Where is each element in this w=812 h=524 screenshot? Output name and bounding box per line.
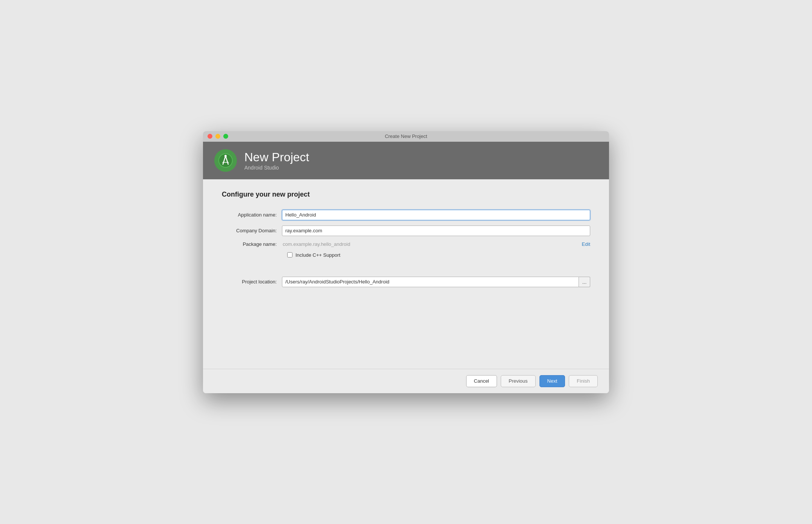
footer: Cancel Previous Next Finish xyxy=(203,369,609,393)
main-window: Create New Project New Project Android S… xyxy=(203,131,609,393)
window-title: Create New Project xyxy=(385,133,427,139)
cpp-support-text: Include C++ Support xyxy=(295,252,340,258)
browse-button[interactable]: ... xyxy=(579,277,590,287)
company-domain-input[interactable] xyxy=(282,226,590,236)
cpp-support-row: Include C++ Support xyxy=(287,252,590,258)
project-location-row: Project location: ... xyxy=(222,277,590,287)
header-text: New Project Android Studio xyxy=(244,150,309,170)
minimize-button[interactable] xyxy=(215,134,220,139)
android-studio-logo xyxy=(214,149,237,172)
header-title: New Project xyxy=(244,150,309,164)
project-location-section: Project location: ... xyxy=(222,277,590,287)
company-domain-row: Company Domain: xyxy=(222,226,590,236)
package-name-row: Package name: com.example.ray.hello_andr… xyxy=(222,241,590,247)
title-bar: Create New Project xyxy=(203,131,609,142)
section-title: Configure your new project xyxy=(222,191,590,198)
package-name-label: Package name: xyxy=(222,241,282,247)
edit-link[interactable]: Edit xyxy=(578,241,590,247)
finish-button[interactable]: Finish xyxy=(569,375,598,387)
next-button[interactable]: Next xyxy=(539,375,565,387)
application-name-input[interactable] xyxy=(282,210,590,220)
form-area: Application name: Company Domain: Packag… xyxy=(222,210,590,287)
traffic-lights xyxy=(208,134,228,139)
cpp-support-checkbox[interactable] xyxy=(287,252,292,257)
cpp-support-label[interactable]: Include C++ Support xyxy=(287,252,340,258)
project-location-label: Project location: xyxy=(222,279,282,285)
previous-button[interactable]: Previous xyxy=(501,375,536,387)
package-name-value: com.example.ray.hello_android xyxy=(282,241,578,247)
maximize-button[interactable] xyxy=(223,134,228,139)
project-location-input[interactable] xyxy=(282,277,579,287)
logo-icon xyxy=(218,153,233,168)
svg-point-4 xyxy=(224,155,227,157)
application-name-label: Application name: xyxy=(222,212,282,218)
close-button[interactable] xyxy=(208,134,212,139)
header: New Project Android Studio xyxy=(203,142,609,179)
header-subtitle: Android Studio xyxy=(244,165,309,171)
application-name-row: Application name: xyxy=(222,210,590,220)
main-content: Configure your new project Application n… xyxy=(203,179,609,369)
cancel-button[interactable]: Cancel xyxy=(466,375,497,387)
company-domain-label: Company Domain: xyxy=(222,228,282,233)
